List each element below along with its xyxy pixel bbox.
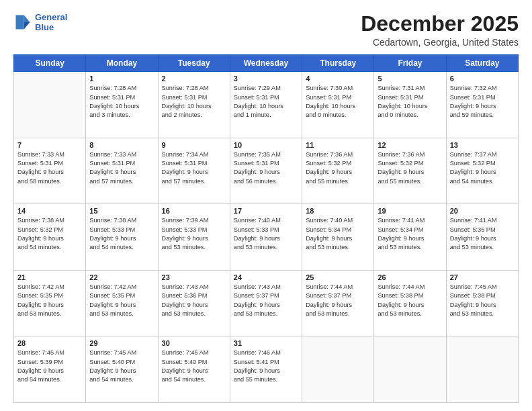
logo-text: General Blue (35, 12, 67, 32)
day-number: 4 (306, 75, 370, 83)
day-number: 10 (234, 141, 298, 149)
calendar-cell: 22Sunrise: 7:42 AMSunset: 5:35 PMDayligh… (86, 270, 158, 336)
calendar-cell: 18Sunrise: 7:40 AMSunset: 5:34 PMDayligh… (302, 204, 374, 271)
day-number: 25 (306, 273, 370, 281)
cell-info: Sunrise: 7:41 AMSunset: 5:35 PMDaylight:… (450, 216, 515, 252)
title-block: December 2025 Cedartown, Georgia, United… (361, 12, 519, 48)
cell-info: Sunrise: 7:45 AMSunset: 5:39 PMDaylight:… (17, 349, 82, 384)
day-number: 23 (162, 273, 226, 281)
calendar-cell: 7Sunrise: 7:33 AMSunset: 5:31 PMDaylight… (14, 138, 86, 204)
svg-marker-0 (24, 15, 30, 23)
calendar-cell: 12Sunrise: 7:36 AMSunset: 5:32 PMDayligh… (374, 138, 446, 204)
logo: General Blue (13, 12, 67, 32)
calendar-week-2: 7Sunrise: 7:33 AMSunset: 5:31 PMDaylight… (14, 138, 519, 204)
svg-marker-1 (24, 22, 30, 30)
cell-info: Sunrise: 7:30 AMSunset: 5:31 PMDaylight:… (306, 84, 370, 120)
day-number: 18 (306, 207, 370, 215)
day-header-thursday: Thursday (302, 55, 374, 72)
calendar-week-4: 21Sunrise: 7:42 AMSunset: 5:35 PMDayligh… (14, 270, 519, 336)
calendar-cell (446, 336, 518, 403)
calendar-cell: 16Sunrise: 7:39 AMSunset: 5:33 PMDayligh… (158, 204, 230, 271)
day-header-tuesday: Tuesday (158, 55, 230, 72)
calendar-cell: 13Sunrise: 7:37 AMSunset: 5:32 PMDayligh… (446, 138, 518, 204)
month-title: December 2025 (361, 12, 519, 36)
cell-info: Sunrise: 7:41 AMSunset: 5:34 PMDaylight:… (378, 216, 442, 252)
calendar-cell (374, 336, 446, 403)
calendar-cell (302, 336, 374, 403)
day-number: 16 (162, 207, 226, 215)
day-number: 2 (162, 75, 226, 83)
day-number: 17 (234, 207, 298, 215)
day-number: 5 (378, 75, 442, 83)
day-number: 29 (89, 339, 154, 347)
day-number: 19 (378, 207, 442, 215)
cell-info: Sunrise: 7:44 AMSunset: 5:37 PMDaylight:… (306, 283, 370, 318)
day-number: 24 (234, 273, 298, 281)
calendar-cell: 25Sunrise: 7:44 AMSunset: 5:37 PMDayligh… (302, 270, 374, 336)
cell-info: Sunrise: 7:45 AMSunset: 5:40 PMDaylight:… (89, 349, 154, 384)
calendar-cell: 28Sunrise: 7:45 AMSunset: 5:39 PMDayligh… (14, 336, 86, 403)
calendar-cell: 11Sunrise: 7:36 AMSunset: 5:32 PMDayligh… (302, 138, 374, 204)
calendar-table: SundayMondayTuesdayWednesdayThursdayFrid… (13, 54, 519, 403)
subtitle: Cedartown, Georgia, United States (361, 37, 519, 48)
calendar-week-5: 28Sunrise: 7:45 AMSunset: 5:39 PMDayligh… (14, 336, 519, 403)
cell-info: Sunrise: 7:38 AMSunset: 5:33 PMDaylight:… (89, 216, 154, 252)
calendar-cell: 8Sunrise: 7:33 AMSunset: 5:31 PMDaylight… (86, 138, 158, 204)
day-number: 22 (89, 273, 154, 281)
day-number: 12 (378, 141, 442, 149)
calendar-cell: 1Sunrise: 7:28 AMSunset: 5:31 PMDaylight… (86, 72, 158, 138)
day-number: 1 (89, 75, 154, 83)
calendar-cell: 2Sunrise: 7:28 AMSunset: 5:31 PMDaylight… (158, 72, 230, 138)
day-number: 6 (450, 75, 515, 83)
day-number: 27 (450, 273, 515, 281)
day-number: 30 (162, 339, 226, 347)
cell-info: Sunrise: 7:42 AMSunset: 5:35 PMDaylight:… (89, 283, 154, 318)
day-number: 13 (450, 141, 515, 149)
cell-info: Sunrise: 7:28 AMSunset: 5:31 PMDaylight:… (162, 84, 226, 120)
svg-rect-2 (16, 15, 24, 30)
cell-info: Sunrise: 7:42 AMSunset: 5:35 PMDaylight:… (17, 283, 82, 318)
page: General Blue December 2025 Cedartown, Ge… (0, 0, 532, 411)
calendar-cell: 21Sunrise: 7:42 AMSunset: 5:35 PMDayligh… (14, 270, 86, 336)
calendar-cell: 6Sunrise: 7:32 AMSunset: 5:31 PMDaylight… (446, 72, 518, 138)
cell-info: Sunrise: 7:39 AMSunset: 5:33 PMDaylight:… (162, 216, 226, 252)
cell-info: Sunrise: 7:43 AMSunset: 5:36 PMDaylight:… (162, 283, 226, 318)
day-number: 15 (89, 207, 154, 215)
day-header-monday: Monday (86, 55, 158, 72)
calendar-header-row: SundayMondayTuesdayWednesdayThursdayFrid… (14, 55, 519, 72)
cell-info: Sunrise: 7:37 AMSunset: 5:32 PMDaylight:… (450, 150, 515, 186)
cell-info: Sunrise: 7:28 AMSunset: 5:31 PMDaylight:… (89, 84, 154, 120)
cell-info: Sunrise: 7:40 AMSunset: 5:33 PMDaylight:… (234, 216, 298, 252)
calendar-cell: 17Sunrise: 7:40 AMSunset: 5:33 PMDayligh… (230, 204, 302, 271)
day-number: 14 (17, 207, 82, 215)
calendar-cell: 3Sunrise: 7:29 AMSunset: 5:31 PMDaylight… (230, 72, 302, 138)
day-number: 26 (378, 273, 442, 281)
day-number: 8 (89, 141, 154, 149)
cell-info: Sunrise: 7:46 AMSunset: 5:41 PMDaylight:… (234, 349, 298, 384)
calendar-cell (14, 72, 86, 138)
calendar-cell: 9Sunrise: 7:34 AMSunset: 5:31 PMDaylight… (158, 138, 230, 204)
cell-info: Sunrise: 7:32 AMSunset: 5:31 PMDaylight:… (450, 84, 515, 120)
cell-info: Sunrise: 7:34 AMSunset: 5:31 PMDaylight:… (162, 150, 226, 186)
day-number: 3 (234, 75, 298, 83)
cell-info: Sunrise: 7:35 AMSunset: 5:31 PMDaylight:… (234, 150, 298, 186)
calendar-cell: 10Sunrise: 7:35 AMSunset: 5:31 PMDayligh… (230, 138, 302, 204)
day-number: 9 (162, 141, 226, 149)
day-number: 20 (450, 207, 515, 215)
calendar-week-1: 1Sunrise: 7:28 AMSunset: 5:31 PMDaylight… (14, 72, 519, 138)
calendar-cell: 23Sunrise: 7:43 AMSunset: 5:36 PMDayligh… (158, 270, 230, 336)
calendar-cell: 5Sunrise: 7:31 AMSunset: 5:31 PMDaylight… (374, 72, 446, 138)
calendar-week-3: 14Sunrise: 7:38 AMSunset: 5:32 PMDayligh… (14, 204, 519, 271)
cell-info: Sunrise: 7:38 AMSunset: 5:32 PMDaylight:… (17, 216, 82, 252)
cell-info: Sunrise: 7:44 AMSunset: 5:38 PMDaylight:… (378, 283, 442, 318)
calendar-cell: 29Sunrise: 7:45 AMSunset: 5:40 PMDayligh… (86, 336, 158, 403)
calendar-cell: 19Sunrise: 7:41 AMSunset: 5:34 PMDayligh… (374, 204, 446, 271)
cell-info: Sunrise: 7:36 AMSunset: 5:32 PMDaylight:… (378, 150, 442, 186)
calendar-cell: 31Sunrise: 7:46 AMSunset: 5:41 PMDayligh… (230, 336, 302, 403)
calendar-cell: 26Sunrise: 7:44 AMSunset: 5:38 PMDayligh… (374, 270, 446, 336)
cell-info: Sunrise: 7:36 AMSunset: 5:32 PMDaylight:… (306, 150, 370, 186)
cell-info: Sunrise: 7:31 AMSunset: 5:31 PMDaylight:… (378, 84, 442, 120)
calendar-cell: 4Sunrise: 7:30 AMSunset: 5:31 PMDaylight… (302, 72, 374, 138)
day-header-sunday: Sunday (14, 55, 86, 72)
header: General Blue December 2025 Cedartown, Ge… (13, 12, 519, 48)
